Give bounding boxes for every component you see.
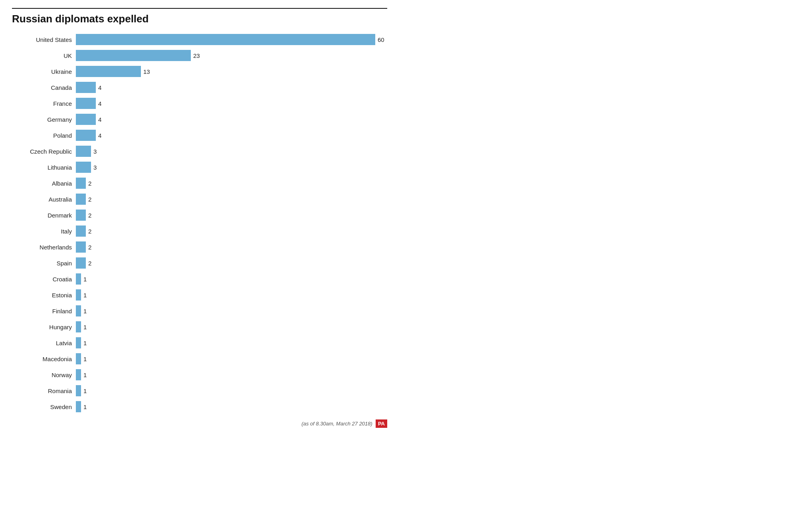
chart-row: Spain2 bbox=[12, 256, 387, 270]
country-label: Finland bbox=[12, 308, 76, 314]
bar bbox=[76, 225, 86, 237]
bar-area: 23 bbox=[76, 50, 387, 61]
chart-row: Finland1 bbox=[12, 304, 387, 318]
chart-row: Netherlands2 bbox=[12, 240, 387, 254]
chart-row: Hungary1 bbox=[12, 320, 387, 334]
bar bbox=[76, 257, 86, 269]
country-label: Italy bbox=[12, 228, 76, 235]
country-label: Sweden bbox=[12, 403, 76, 410]
chart-row: United States60 bbox=[12, 32, 387, 47]
country-label: Romania bbox=[12, 388, 76, 394]
country-label: Albania bbox=[12, 180, 76, 187]
bar-area: 1 bbox=[76, 321, 387, 332]
bar-area: 4 bbox=[76, 82, 387, 93]
chart-row: Croatia1 bbox=[12, 272, 387, 286]
chart-row: Albania2 bbox=[12, 176, 387, 190]
chart-row: Poland4 bbox=[12, 128, 387, 142]
bar bbox=[76, 146, 91, 157]
country-label: UK bbox=[12, 52, 76, 59]
pa-badge: PA bbox=[376, 419, 387, 428]
bar bbox=[76, 66, 141, 77]
bar-value: 23 bbox=[193, 52, 200, 59]
bar bbox=[76, 194, 86, 205]
bar-value: 4 bbox=[98, 132, 101, 139]
bar bbox=[76, 305, 81, 316]
bar-value: 1 bbox=[83, 388, 87, 394]
footer-note: (as of 8.30am, March 27 2018) bbox=[301, 421, 372, 427]
bar-area: 2 bbox=[76, 210, 387, 221]
chart-row: Macedonia1 bbox=[12, 352, 387, 366]
chart-row: Estonia1 bbox=[12, 288, 387, 302]
bar-value: 1 bbox=[83, 276, 87, 283]
bar bbox=[76, 385, 81, 396]
bar bbox=[76, 50, 191, 61]
bar-area: 1 bbox=[76, 337, 387, 348]
bar-area: 4 bbox=[76, 98, 387, 109]
chart-row: Italy2 bbox=[12, 224, 387, 238]
bar-value: 1 bbox=[83, 340, 87, 346]
country-label: United States bbox=[12, 36, 76, 43]
bar bbox=[76, 321, 81, 332]
country-label: Hungary bbox=[12, 324, 76, 330]
bar-value: 1 bbox=[83, 324, 87, 330]
bar-area: 60 bbox=[76, 34, 387, 45]
country-label: Netherlands bbox=[12, 244, 76, 251]
chart-row: Canada4 bbox=[12, 80, 387, 95]
bar-area: 2 bbox=[76, 257, 387, 269]
bar bbox=[76, 241, 86, 253]
bar-area: 3 bbox=[76, 162, 387, 173]
country-label: Macedonia bbox=[12, 356, 76, 362]
country-label: Czech Republic bbox=[12, 148, 76, 155]
bar-value: 1 bbox=[83, 356, 87, 362]
bar bbox=[76, 162, 91, 173]
bar bbox=[76, 401, 81, 412]
country-label: Denmark bbox=[12, 212, 76, 219]
bar-area: 1 bbox=[76, 385, 387, 396]
country-label: Estonia bbox=[12, 292, 76, 299]
country-label: Norway bbox=[12, 372, 76, 378]
chart-row: UK23 bbox=[12, 48, 387, 63]
country-label: France bbox=[12, 100, 76, 107]
bar-value: 2 bbox=[88, 212, 91, 219]
bar-value: 2 bbox=[88, 196, 91, 203]
country-label: Germany bbox=[12, 116, 76, 123]
bar bbox=[76, 210, 86, 221]
bar bbox=[76, 34, 375, 45]
bar bbox=[76, 369, 81, 380]
bar-value: 4 bbox=[98, 100, 101, 107]
country-label: Australia bbox=[12, 196, 76, 203]
bar-area: 1 bbox=[76, 369, 387, 380]
bar-area: 13 bbox=[76, 66, 387, 77]
bar-value: 3 bbox=[93, 148, 97, 155]
country-label: Spain bbox=[12, 260, 76, 267]
chart-row: Latvia1 bbox=[12, 336, 387, 350]
bar bbox=[76, 130, 96, 141]
chart-row: Romania1 bbox=[12, 384, 387, 398]
bar-area: 2 bbox=[76, 241, 387, 253]
bar-value: 1 bbox=[83, 292, 87, 299]
chart-row: Sweden1 bbox=[12, 399, 387, 414]
bar-area: 1 bbox=[76, 289, 387, 301]
bar-area: 3 bbox=[76, 146, 387, 157]
bar-area: 4 bbox=[76, 130, 387, 141]
bar-area: 2 bbox=[76, 225, 387, 237]
bar-value: 2 bbox=[88, 228, 91, 235]
country-label: Poland bbox=[12, 132, 76, 139]
bar-area: 1 bbox=[76, 353, 387, 364]
chart-row: Germany4 bbox=[12, 112, 387, 127]
bar-value: 2 bbox=[88, 260, 91, 267]
bar-value: 2 bbox=[88, 244, 91, 251]
bar-area: 1 bbox=[76, 273, 387, 285]
chart-row: Denmark2 bbox=[12, 208, 387, 222]
country-label: Canada bbox=[12, 84, 76, 91]
bar-area: 2 bbox=[76, 178, 387, 189]
bar-area: 2 bbox=[76, 194, 387, 205]
chart-row: Ukraine13 bbox=[12, 64, 387, 79]
chart-row: Lithuania3 bbox=[12, 160, 387, 174]
bar-value: 60 bbox=[378, 36, 384, 43]
bar-value: 1 bbox=[83, 372, 87, 378]
bar-value: 2 bbox=[88, 180, 91, 187]
bar-value: 4 bbox=[98, 116, 101, 123]
bar-area: 4 bbox=[76, 114, 387, 125]
chart-title: Russian diplomats expelled bbox=[12, 13, 387, 25]
